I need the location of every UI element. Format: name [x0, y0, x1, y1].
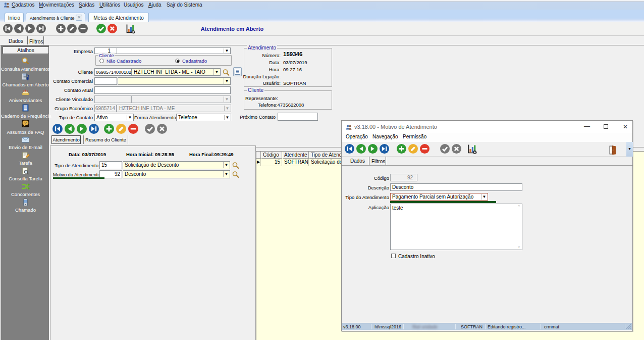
svg-text:?: ? — [24, 121, 27, 125]
